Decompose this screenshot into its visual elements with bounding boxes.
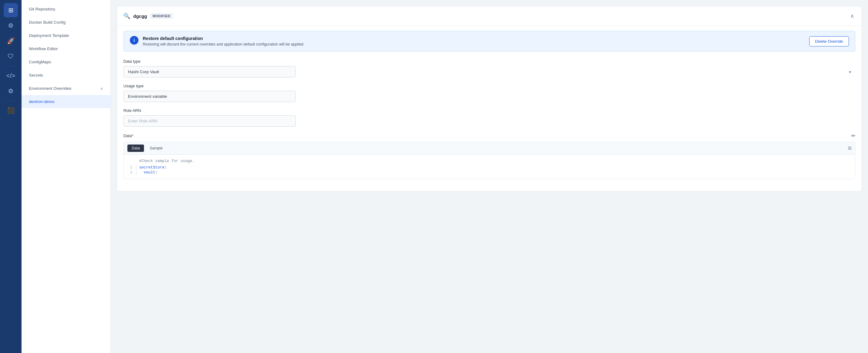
nav-item-workflow-editor[interactable]: Workflow Editor xyxy=(22,42,111,55)
search-icon: 🔍 xyxy=(123,12,130,20)
sidebar-icon-grid[interactable]: ⊞ xyxy=(4,3,18,17)
code-editor: Data Sample ⧉ #Check sample for usage. 1… xyxy=(123,142,856,179)
info-banner-text: Restore default configuration Restoring … xyxy=(143,36,304,46)
code-key-2: vault xyxy=(144,170,155,175)
line-content-1: secretStore: xyxy=(136,165,855,170)
info-banner-title: Restore default configuration xyxy=(143,36,304,41)
info-banner-left: i Restore default configuration Restorin… xyxy=(130,36,304,46)
edit-icon-button[interactable]: ✏ xyxy=(851,133,856,139)
env-overrides-label: Environment Overrides xyxy=(29,86,71,91)
usage-type-input[interactable] xyxy=(123,91,296,102)
data-type-label: Data type xyxy=(123,59,856,64)
data-section-header: Data* ✏ xyxy=(123,133,856,139)
sidebar-icon-code[interactable]: </> xyxy=(4,69,18,83)
usage-type-group: Usage type xyxy=(123,84,856,102)
data-type-group: Data type Hashi Corp VaultAWS Secret Man… xyxy=(123,59,856,77)
code-comment: #Check sample for usage. xyxy=(124,158,855,165)
sidebar-icon-security[interactable]: 🛡 xyxy=(4,49,18,63)
line-number-2: 2 xyxy=(124,170,136,175)
nav-item-secrets[interactable]: Secrets xyxy=(22,69,111,82)
nav-item-devtron-demo[interactable]: devtron-demo xyxy=(22,95,111,108)
info-icon: i xyxy=(130,36,138,44)
info-banner-description: Restoring will discard the current overr… xyxy=(143,42,304,46)
code-line-1: 1 secretStore: xyxy=(124,165,855,170)
role-arn-group: Role ARN xyxy=(123,108,856,127)
code-tabs-left: Data Sample xyxy=(127,142,167,154)
form-area: Data type Hashi Corp VaultAWS Secret Man… xyxy=(117,57,862,191)
sidebar-icon-settings[interactable]: ⚙ xyxy=(4,19,18,33)
role-arn-input[interactable] xyxy=(123,115,296,127)
sidebar-icon-rocket[interactable]: 🚀 xyxy=(4,34,18,48)
secrets-card: 🔍 dgcgg MODIFIED ∧ i Restore default con… xyxy=(117,6,862,192)
code-tabs-bar: Data Sample ⧉ xyxy=(124,142,855,155)
select-chevron-icon: ▾ xyxy=(849,69,851,74)
nav-item-environment-overrides[interactable]: Environment Overrides ∧ xyxy=(22,82,111,95)
tab-data[interactable]: Data xyxy=(127,145,144,152)
code-colon-1: : xyxy=(165,165,167,170)
modified-badge: MODIFIED xyxy=(150,13,173,19)
line-content-2: vault: xyxy=(136,170,855,175)
nav-panel: Git Repository Docker Build Config Deplo… xyxy=(22,0,111,353)
nav-item-git-repository[interactable]: Git Repository xyxy=(22,2,111,16)
data-label: Data* xyxy=(123,133,133,138)
usage-type-label: Usage type xyxy=(123,84,856,88)
nav-item-configmaps[interactable]: ConfigMaps xyxy=(22,55,111,69)
icon-sidebar: ⊞ ⚙ 🚀 🛡 </> ⚙ ⬛ xyxy=(0,0,22,353)
copy-icon-button[interactable]: ⧉ xyxy=(848,146,851,151)
code-key-1: secretStore xyxy=(139,165,165,170)
env-overrides-chevron: ∧ xyxy=(100,87,103,91)
code-body: #Check sample for usage. 1 secretStore: … xyxy=(124,155,855,179)
code-line-2: 2 vault: xyxy=(124,170,855,175)
main-content: 🔍 dgcgg MODIFIED ∧ i Restore default con… xyxy=(111,0,868,353)
sidebar-icon-gear[interactable]: ⚙ xyxy=(4,84,18,98)
card-title: dgcgg xyxy=(133,13,147,19)
code-colon-2: : xyxy=(155,170,158,175)
card-header-left: 🔍 dgcgg MODIFIED xyxy=(123,12,173,20)
tab-sample[interactable]: Sample xyxy=(145,145,167,152)
info-banner: i Restore default configuration Restorin… xyxy=(123,31,856,52)
card-header: 🔍 dgcgg MODIFIED ∧ xyxy=(117,6,862,26)
line-number-1: 1 xyxy=(124,165,136,170)
sidebar-icon-layers[interactable]: ⬛ xyxy=(4,103,18,118)
data-type-select-wrapper: Hashi Corp VaultAWS Secret ManagerAzure … xyxy=(123,66,856,77)
nav-item-deployment-template[interactable]: Deployment Template xyxy=(22,29,111,42)
sidebar-divider xyxy=(6,66,16,66)
collapse-button[interactable]: ∧ xyxy=(849,11,856,21)
nav-item-docker-build-config[interactable]: Docker Build Config xyxy=(22,16,111,29)
data-type-select[interactable]: Hashi Corp VaultAWS Secret ManagerAzure … xyxy=(123,66,296,77)
delete-override-button[interactable]: Delete Override xyxy=(809,36,849,46)
data-group: Data* ✏ Data Sample ⧉ #Check sample for … xyxy=(123,133,856,179)
role-arn-label: Role ARN xyxy=(123,108,856,113)
